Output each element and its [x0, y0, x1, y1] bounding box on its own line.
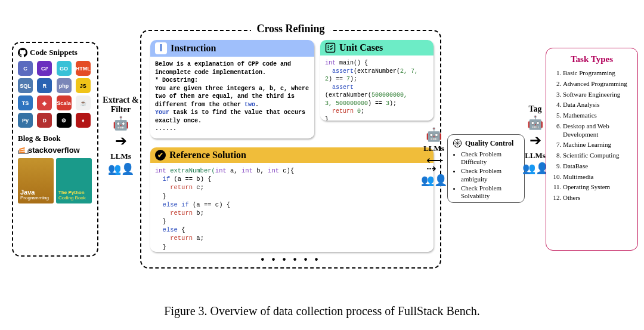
u-l2-end: ); [350, 76, 357, 82]
language-icon-grid: CC#GOHTMLSQLRphpJSTS◆Scala☕PyD⚙♦ [18, 61, 92, 128]
task-type-item: Advanced Programming [563, 80, 631, 88]
task-type-item: DataBase [563, 162, 631, 171]
u-l3b: 3, 500000000 [325, 100, 368, 107]
task-types-list: Basic ProgrammingAdvanced ProgrammingSof… [552, 69, 631, 202]
book1-bot: Programming [20, 196, 51, 201]
double-arrow-icon: ⟵⇢ [426, 156, 442, 172]
task-type-item: Machine Learning [563, 141, 631, 149]
arrow-right-icon: ➔ [530, 132, 541, 149]
extract-filter-label: Extract & Filter [103, 95, 138, 115]
u-l3-rest: (extraNumber( [325, 92, 371, 98]
tag-step: Tag 🤖 ➔ LLMs 👥👤 [522, 104, 549, 174]
arrow-right-icon: ➔ [115, 132, 127, 149]
r-retc: c; [193, 184, 204, 191]
r-p2t: int [242, 167, 256, 174]
so-bold: stack [28, 146, 48, 155]
lang-icon: D [37, 113, 52, 128]
qc-step: 🤖 LLMs ⟵⇢ 👥👤 [417, 128, 450, 186]
r-retb: b; [193, 209, 204, 217]
lang-icon: Py [18, 113, 33, 128]
reference-body: int extraNumber(int a, int b, int c){ if… [150, 163, 434, 252]
qc-title-text: Quality Control [465, 139, 513, 148]
unit-cases-title: Unit Cases [339, 42, 383, 53]
task-type-item: Desktop and Web Development [563, 122, 631, 139]
instruction-line1: Below is a explanation of CPP code and i… [155, 61, 291, 76]
task-type-item: Basic Programming [563, 69, 631, 78]
u-l1-fn: main() { [336, 60, 368, 66]
u-l5: } [325, 116, 329, 121]
instruction-kw-two: two [244, 101, 255, 108]
book-python: The Python Coding Book [56, 158, 92, 203]
qc-title: Quality Control [453, 138, 519, 148]
u-l4-end: ; [361, 108, 364, 115]
lang-icon: ◆ [37, 95, 52, 110]
robot-icon: 🤖 [527, 116, 543, 129]
u-l3-nums: 500000000, [371, 92, 407, 98]
r-ret2: return [170, 209, 193, 217]
r-cond2: (a == c) { [189, 201, 230, 208]
r-cond1: (a == b) { [170, 175, 211, 183]
r-reta: a; [193, 235, 204, 242]
diagram-stage: Code Snippets CC#GOHTMLSQLRphpJSTS◆Scala… [12, 18, 632, 282]
r-else: else [163, 226, 178, 233]
instruction-line2: * Docstring: [155, 77, 198, 84]
lang-icon: C [18, 61, 33, 76]
humans-icon: 👥👤 [522, 163, 549, 174]
r-sig-name: extraNumber( [166, 167, 215, 174]
task-type-item: Data Analysis [563, 101, 631, 109]
reference-solution-panel: ✔ Reference Solution int extraNumber(int… [150, 147, 434, 252]
qc-item: Check Problem Difficulty [461, 150, 519, 166]
u-l4-val: 0 [354, 108, 361, 115]
instruction-line3-end: . [255, 101, 259, 108]
so-rest: overflow [48, 146, 79, 155]
quality-control-box: Quality Control Check Problem Difficulty… [447, 134, 525, 203]
robot-icon: 🤖 [113, 117, 129, 130]
lang-icon: ♦ [76, 113, 91, 128]
filter-label: Filter [111, 105, 131, 114]
lang-icon: HTML [76, 61, 91, 76]
task-type-item: Multimedia [563, 173, 631, 181]
lang-icon: R [37, 78, 52, 93]
lang-icon: GO [57, 61, 72, 76]
instruction-badge-icon: I [155, 42, 167, 54]
task-type-item: Operating System [563, 183, 631, 192]
tag-label: Tag [528, 104, 541, 114]
task-types-box: Task Types Basic ProgrammingAdvanced Pro… [546, 48, 638, 251]
book2-bot: Coding Book [58, 196, 89, 201]
r-cb3: } [163, 243, 166, 251]
task-type-item: Others [563, 194, 631, 202]
task-type-item: Software Engineering [563, 91, 631, 99]
figure-caption: Figure 3. Overview of data collection pr… [0, 304, 644, 318]
qc-list: Check Problem DifficultyCheck Problem am… [461, 150, 519, 200]
dots-indicator: • • • • • • [261, 254, 321, 265]
r-p3t: int [268, 167, 283, 174]
lang-icon: ☕ [76, 95, 91, 110]
lang-icon: SQL [18, 78, 33, 93]
instruction-body: Below is a explanation of CPP code and i… [150, 57, 314, 137]
llms-label-2: LLMs [423, 144, 444, 153]
extract-label: Extract & [103, 95, 138, 104]
instruction-line4: task is to find the value that occurs ex… [155, 109, 305, 124]
u-l3-eq: ) == [368, 100, 386, 107]
instruction-line3: You are given three integers a, b, c, wh… [155, 85, 309, 108]
lang-icon: TS [18, 95, 33, 110]
code-snippets-title: Code Snippets [18, 48, 92, 57]
r-p3: c){ [283, 167, 294, 174]
reference-header: ✔ Reference Solution [150, 147, 434, 163]
task-type-item: Mathematics [563, 112, 631, 120]
checklist-icon [325, 42, 336, 53]
cross-refining-box: Cross Refining I Instruction Below is a … [140, 30, 441, 269]
unit-cases-panel: Unit Cases int main() { assert(extraNumb… [320, 40, 434, 121]
lang-icon: JS [76, 78, 91, 93]
u-l1-type: int [325, 60, 336, 66]
stackoverflow-icon [18, 147, 26, 154]
u-l3-kw: assert [332, 84, 354, 91]
u-l4-kw: return [332, 108, 354, 115]
qc-item: Check Problem Solvability [461, 184, 519, 200]
humans-icon: 👥👤 [108, 164, 134, 174]
code-snippets-label: Code Snippets [30, 48, 78, 57]
openai-icon [453, 138, 462, 148]
instruction-kw-your: Your [155, 109, 169, 116]
lang-icon: Scala [57, 95, 72, 110]
llms-label: LLMs [110, 152, 131, 161]
